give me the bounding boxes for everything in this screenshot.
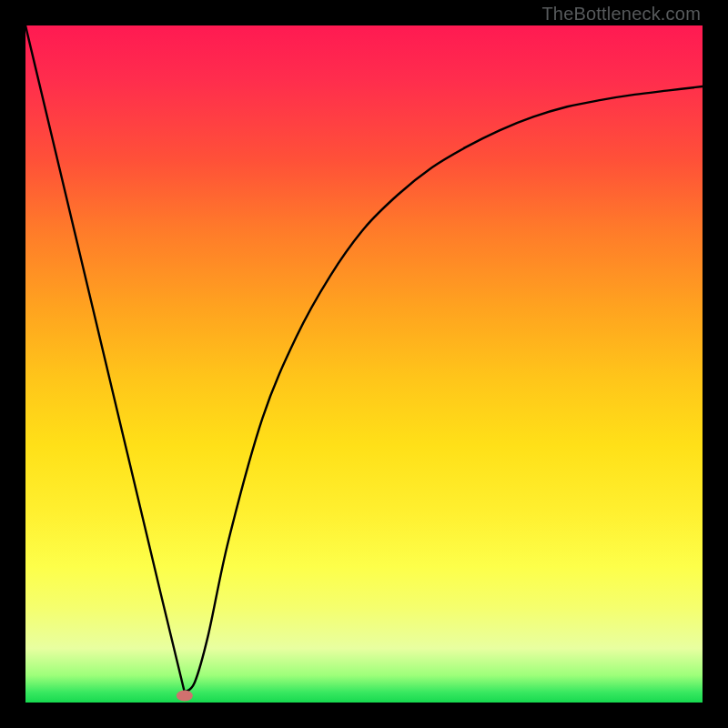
chart-container: TheBottleneck.com <box>0 0 728 728</box>
attribution-text: TheBottleneck.com <box>541 4 701 25</box>
chart-svg <box>25 25 703 703</box>
curve-line <box>25 25 703 693</box>
data-marker <box>177 691 193 702</box>
